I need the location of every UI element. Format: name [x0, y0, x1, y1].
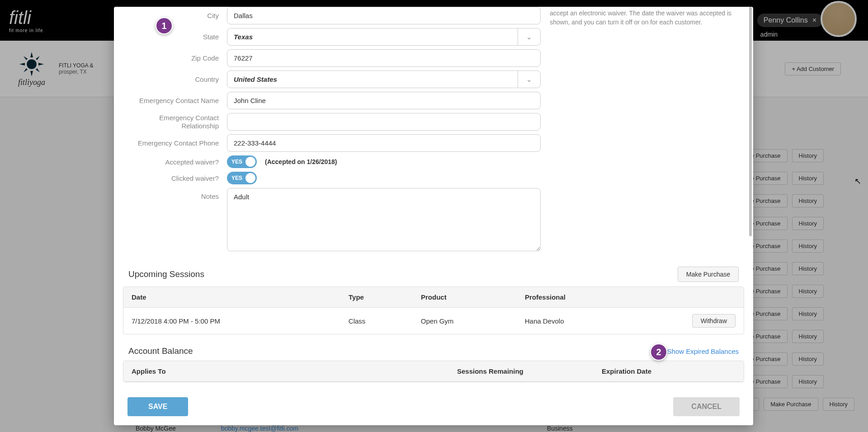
label-ec-name: Emergency Contact Name	[123, 97, 227, 104]
col-expiration-date: Expiration Date	[602, 367, 736, 375]
accepted-waiver-toggle[interactable]: YES	[227, 155, 257, 168]
cancel-button[interactable]: CANCEL	[673, 397, 740, 416]
modal-body: 1 City State Texas ⌄ Zip Code	[114, 7, 753, 389]
upcoming-sessions-table: Date Type Product Professional 7/12/2018…	[123, 286, 744, 334]
col-applies-to: Applies To	[132, 367, 448, 375]
label-zip: Zip Code	[123, 54, 227, 62]
col-date: Date	[132, 293, 340, 301]
col-type: Type	[349, 293, 412, 301]
state-value: Texas	[234, 33, 253, 41]
form-left-column: City State Texas ⌄ Zip Code Country	[123, 7, 541, 255]
account-balance-title: Account Balance	[128, 346, 193, 356]
label-accepted-waiver: Accepted waiver?	[123, 158, 227, 166]
label-state: State	[123, 33, 227, 41]
annotation-marker-1: 1	[156, 17, 173, 34]
waiver-help-text: accept an electronic waiver. The date th…	[550, 7, 744, 255]
col-sessions-remaining: Sessions Remaining	[457, 367, 593, 375]
upcoming-sessions-title: Upcoming Sessions	[128, 269, 204, 279]
label-notes: Notes	[123, 188, 227, 200]
session-type: Class	[349, 317, 412, 325]
chevron-down-icon: ⌄	[518, 71, 540, 88]
label-country: Country	[123, 75, 227, 83]
table-row: 7/12/2018 4:00 PM - 5:00 PM Class Open G…	[123, 308, 744, 334]
emergency-contact-relationship-field[interactable]	[227, 113, 541, 131]
city-field[interactable]	[227, 7, 541, 24]
account-balance-table: Applies To Sessions Remaining Expiration…	[123, 361, 744, 382]
clicked-waiver-toggle[interactable]: YES	[227, 172, 257, 184]
session-professional: Hana Devolo	[525, 317, 683, 325]
emergency-contact-name-field[interactable]	[227, 92, 541, 109]
annotation-marker-2: 2	[650, 343, 667, 361]
chevron-down-icon: ⌄	[518, 28, 540, 45]
table-header: Applies To Sessions Remaining Expiration…	[123, 361, 744, 382]
state-select[interactable]: Texas ⌄	[227, 28, 541, 46]
label-ec-rel: Emergency Contact Relationship	[123, 114, 227, 130]
withdraw-button[interactable]: Withdraw	[692, 314, 736, 328]
modal-scrollbar[interactable]	[749, 7, 752, 389]
col-product: Product	[421, 293, 516, 301]
label-ec-phone: Emergency Contact Phone	[123, 139, 227, 147]
zip-field[interactable]	[227, 49, 541, 67]
accepted-waiver-date: (Accepted on 1/26/2018)	[265, 158, 337, 165]
session-product: Open Gym	[421, 317, 516, 325]
emergency-contact-phone-field[interactable]	[227, 134, 541, 152]
table-header: Date Type Product Professional	[123, 287, 744, 308]
save-button[interactable]: SAVE	[127, 397, 188, 416]
make-purchase-button[interactable]: Make Purchase	[678, 267, 739, 282]
country-select[interactable]: United States ⌄	[227, 70, 541, 88]
customer-detail-modal: 1 City State Texas ⌄ Zip Code	[114, 7, 753, 425]
label-clicked-waiver: Clicked waiver?	[123, 174, 227, 182]
session-date: 7/12/2018 4:00 PM - 5:00 PM	[132, 317, 340, 325]
modal-footer: SAVE CANCEL	[114, 389, 753, 425]
country-value: United States	[234, 75, 277, 83]
show-expired-balances-link[interactable]: Show Expired Balances	[667, 347, 739, 355]
col-professional: Professional	[525, 293, 683, 301]
notes-field[interactable]	[227, 188, 541, 251]
label-city: City	[123, 12, 227, 19]
